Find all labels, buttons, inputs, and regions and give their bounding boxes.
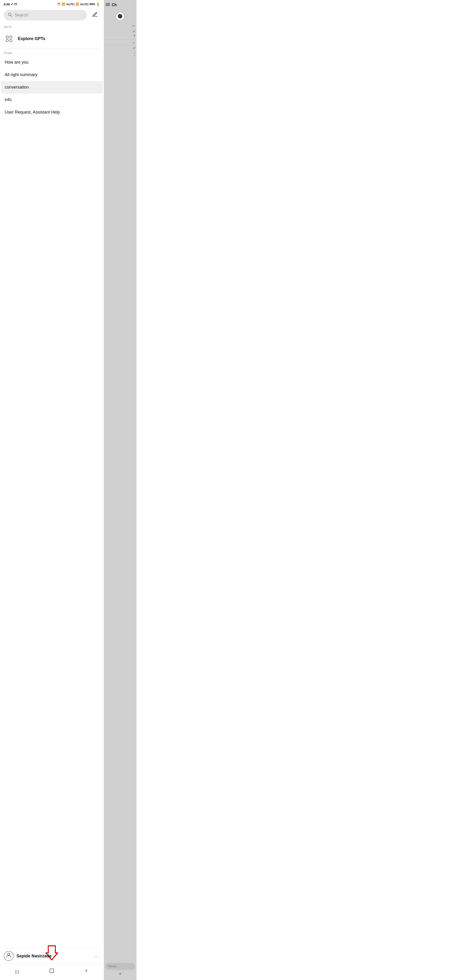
bullet-2: • (105, 54, 135, 57)
chat-panel-header: Ch (104, 0, 136, 10)
chat-message-divider (105, 39, 135, 40)
section-divider (4, 48, 100, 48)
chat-message-4: :ید (105, 41, 135, 44)
check-icon: ✔ (11, 3, 13, 6)
compose-icon (92, 12, 98, 19)
compose-button[interactable] (90, 10, 100, 21)
bullet-1: • (105, 52, 135, 54)
more-options-button[interactable]: ··· (92, 953, 100, 960)
search-section: Search (0, 8, 104, 23)
user-avatar (4, 951, 14, 961)
nav-bar: ||| (0, 964, 104, 980)
home-icon (49, 968, 54, 975)
chat-item-1-text: How are you (5, 60, 29, 65)
add-icon: + (119, 971, 122, 977)
recent-apps-icon: ||| (15, 969, 19, 974)
explore-gpts-item[interactable]: Explore GPTs (0, 30, 104, 47)
avatar-icon (5, 952, 12, 960)
openai-logo (116, 12, 124, 21)
gpts-dot-3 (6, 39, 9, 42)
chat-input-area: Messa + (104, 961, 136, 980)
alarm-icon: ⏰ (57, 3, 61, 6)
chat-message-6: : (105, 49, 135, 52)
lte1-label: VoLTE1 (66, 3, 75, 6)
message-placeholder: Messa (108, 965, 116, 968)
back-icon (84, 969, 89, 975)
user-name: Sepide Nasirzade (16, 954, 89, 959)
search-placeholder: Search (14, 13, 28, 18)
chat-message-3: ۴ (105, 34, 135, 38)
gpts-dot-1 (6, 36, 9, 38)
svg-point-3 (8, 953, 10, 955)
user-section: Sepide Nasirzade ··· (0, 948, 104, 964)
gpts-dot-4 (10, 39, 12, 42)
chat-message-2: در (105, 29, 135, 33)
search-icon (8, 12, 12, 18)
status-bar: 8:09 ✔ ۲۴ ⏰ 📶 VoLTE1 📶 VoLTE2 94% 🔋 (0, 0, 104, 8)
back-button[interactable] (81, 967, 92, 976)
chat-messages: .ت در ۴ :ید ۴ه : • • (104, 22, 136, 961)
chat-item-3-text: conversation (5, 85, 29, 89)
wifi-icon: 📶 (62, 3, 65, 6)
recent-apps-button[interactable]: ||| (11, 967, 23, 976)
svg-line-1 (11, 16, 12, 17)
status-right: ⏰ 📶 VoLTE1 📶 VoLTE2 94% 🔋 (57, 2, 100, 6)
chat-item-3[interactable]: conversation (1, 81, 103, 94)
explore-gpts-label: Explore GPTs (18, 36, 46, 41)
chat-item-2-text: All right summary (5, 72, 37, 77)
svg-rect-4 (50, 969, 54, 973)
chat-item-1[interactable]: How are you (1, 56, 103, 68)
chat-item-4-text: info (5, 97, 11, 102)
sidebar: 8:09 ✔ ۲۴ ⏰ 📶 VoLTE1 📶 VoLTE2 94% 🔋 (0, 0, 104, 980)
chat-message-1: .ت (105, 23, 135, 27)
lte2-label: VoLTE2 (80, 3, 89, 6)
menu-icon[interactable] (106, 2, 110, 7)
search-bar[interactable]: Search (4, 10, 87, 21)
battery-icon: 🔋 (96, 2, 100, 6)
chat-input-box[interactable]: Messa (105, 963, 135, 970)
chat-item-2[interactable]: All right summary (1, 68, 103, 81)
add-button[interactable]: + (105, 970, 135, 978)
chat-item-5-text: User Request, Assistant Help (5, 110, 60, 115)
gpts-section-label: GPTs (0, 23, 104, 30)
chat-panel: Ch .ت در ۴ :ید ۴ه : • • Messa (104, 0, 136, 980)
home-button[interactable] (46, 967, 58, 976)
chat-title: Ch (112, 3, 117, 7)
status-left: 8:09 ✔ ۲۴ (4, 3, 17, 6)
chats-list: How are you All right summary conversati… (0, 56, 104, 948)
chat-divider-2 (105, 45, 135, 45)
chat-item-5[interactable]: User Request, Assistant Help (1, 106, 103, 118)
signal-icon: 📶 (76, 3, 79, 6)
gpts-icon (4, 33, 14, 44)
chat-message-5: ۴ه (105, 47, 135, 49)
time-display: 8:09 (4, 3, 10, 6)
chat-item-4[interactable]: info (1, 94, 103, 106)
notification-count: ۲۴ (14, 3, 17, 6)
chats-section-label: Chats (0, 49, 104, 56)
gpts-dot-2 (10, 36, 12, 38)
battery-label: 94% (89, 3, 95, 6)
